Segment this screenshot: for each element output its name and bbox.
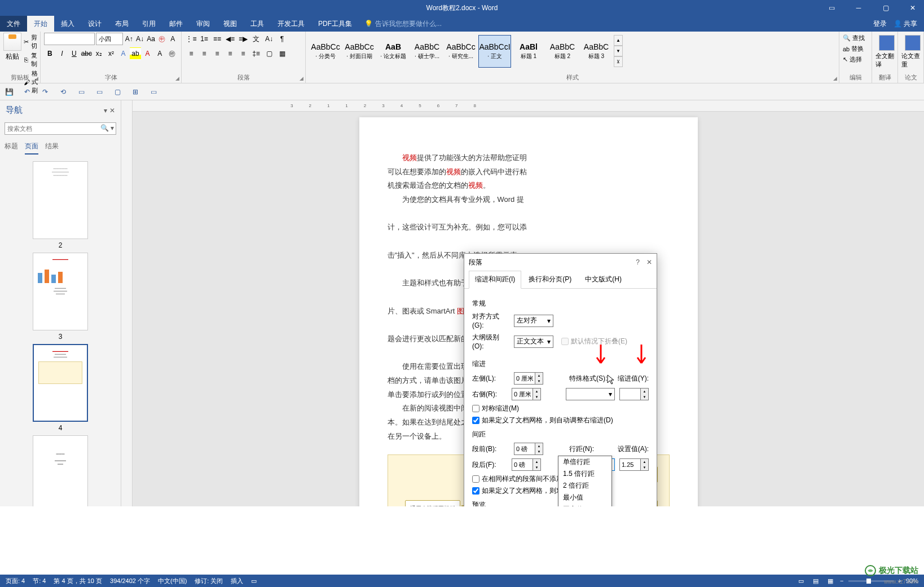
spin-down[interactable]: ▼: [533, 394, 540, 400]
qat-btn-9[interactable]: ▭: [148, 86, 159, 98]
italic-button[interactable]: I: [56, 47, 68, 60]
save-icon[interactable]: 💾: [3, 86, 15, 98]
gridspace-check[interactable]: [472, 487, 479, 495]
thumb-page-4[interactable]: ▬▬▬▬▬▬▬▬▬▬▬▬▬▬▬▬▬▬ 4: [5, 344, 116, 432]
nosame-check[interactable]: [472, 475, 479, 483]
font-name-select[interactable]: [44, 33, 95, 45]
style-heading2[interactable]: AaBbC标题 2: [546, 35, 579, 68]
styles-scroll-down[interactable]: ▼: [614, 46, 623, 56]
cut-button[interactable]: ✂剪切: [24, 33, 39, 51]
text-effects-button[interactable]: A: [117, 47, 129, 60]
spin-up[interactable]: ▲: [641, 459, 648, 465]
sort-button[interactable]: A↓: [263, 33, 275, 45]
ribbon-options-icon[interactable]: ▭: [820, 0, 843, 16]
style-coverdate[interactable]: AaBbCc· 封面日期: [343, 35, 376, 68]
char-border-button[interactable]: A: [168, 33, 178, 45]
close-nav-icon[interactable]: ✕: [109, 107, 115, 114]
styles-scroll-up[interactable]: ▲: [614, 35, 623, 46]
find-button[interactable]: 🔍查找: [843, 33, 868, 43]
setval-spin[interactable]: ▲▼: [619, 458, 649, 471]
align-right-button[interactable]: ≡: [211, 47, 223, 60]
menu-insert[interactable]: 插入: [54, 16, 81, 32]
spin-up[interactable]: ▲: [535, 373, 543, 378]
decrease-indent-button[interactable]: ◀≡: [224, 33, 236, 45]
underline-button[interactable]: U: [68, 47, 80, 60]
line-spacing-button[interactable]: ‡≡: [250, 47, 262, 60]
style-heading3[interactable]: AaBbC标题 3: [580, 35, 613, 68]
close-dialog-icon[interactable]: ✕: [646, 258, 652, 266]
decrease-font-button[interactable]: A↓: [135, 33, 144, 45]
copy-button[interactable]: ⎘复制: [24, 51, 39, 69]
spin-down[interactable]: ▼: [641, 465, 648, 470]
spin-down[interactable]: ▼: [533, 465, 540, 470]
multilevel-list-button[interactable]: ≡≡: [211, 33, 223, 45]
align-center-button[interactable]: ≡: [198, 47, 210, 60]
para-launcher-icon[interactable]: ◢: [300, 76, 303, 81]
style-body[interactable]: AaBbCcI· 正文: [478, 35, 511, 68]
search-input[interactable]: [5, 122, 116, 135]
align-combo[interactable]: 左对齐▾: [514, 315, 553, 327]
style-graduate[interactable]: AaBbCc· 研究生...: [445, 35, 477, 68]
spin-up[interactable]: ▲: [535, 443, 543, 449]
close-window-button[interactable]: ✕: [901, 0, 924, 16]
qat-btn-5[interactable]: ▭: [76, 86, 87, 98]
tab-cn-layout[interactable]: 中文版式(H): [579, 271, 628, 288]
style-category[interactable]: AaBbCc· 分类号: [309, 35, 342, 68]
login-link[interactable]: 登录: [873, 19, 887, 29]
highlight-button[interactable]: ab: [130, 47, 142, 60]
menu-file[interactable]: 文件: [0, 16, 27, 32]
dd-fixed[interactable]: 固定值: [558, 504, 611, 506]
spin-up[interactable]: ▲: [641, 389, 648, 394]
indentval-spin[interactable]: ▲▼: [619, 388, 649, 400]
qat-btn-6[interactable]: ▭: [94, 86, 105, 98]
qat-btn-8[interactable]: ⊞: [130, 86, 141, 98]
asian-layout-button[interactable]: 文: [250, 33, 262, 45]
menu-review[interactable]: 审阅: [190, 16, 217, 32]
tab-line-page[interactable]: 换行和分页(P): [522, 271, 578, 288]
tab-indent-spacing[interactable]: 缩进和间距(I): [469, 271, 521, 289]
superscript-button[interactable]: x²: [105, 47, 117, 60]
qat-btn-7[interactable]: ▢: [112, 86, 123, 98]
font-color-button[interactable]: A: [142, 47, 153, 60]
justify-button[interactable]: ≡: [224, 47, 236, 60]
font-size-select[interactable]: [96, 33, 123, 45]
bullets-button[interactable]: ⋮≡: [185, 33, 197, 45]
char-shading-button[interactable]: A: [154, 47, 166, 60]
share-button[interactable]: 👤 共享: [894, 19, 917, 29]
dd-single[interactable]: 单倍行距: [558, 456, 611, 468]
spin-down[interactable]: ▼: [535, 378, 543, 384]
style-thesis-title[interactable]: AaB· 论文标题: [377, 35, 410, 68]
shading-button[interactable]: ▢: [263, 47, 275, 60]
styles-expand[interactable]: ⊻: [614, 56, 623, 67]
dd-min[interactable]: 最小值: [558, 492, 611, 504]
replace-button[interactable]: ab替换: [843, 43, 868, 54]
style-heading1[interactable]: AaBl标题 1: [512, 35, 545, 68]
after-spin[interactable]: ▲▼: [512, 458, 541, 471]
menu-layout[interactable]: 布局: [108, 16, 135, 32]
menu-mail[interactable]: 邮件: [162, 16, 190, 32]
search-icon[interactable]: 🔍 ▾: [100, 124, 114, 132]
thesis-check-button[interactable]: 论文查重: [901, 33, 924, 69]
enclose-char-button[interactable]: ㊕: [166, 47, 178, 60]
style-master[interactable]: AaBbC· 硕士学...: [411, 35, 443, 68]
before-spin[interactable]: ▲▼: [514, 443, 543, 455]
thumb-page-5[interactable]: ▬▬▬▬▬▬▬▬▬: [5, 435, 116, 506]
menu-references[interactable]: 引用: [135, 16, 162, 32]
numbering-button[interactable]: 1≡: [198, 33, 210, 45]
menu-tools[interactable]: 工具: [244, 16, 271, 32]
tab-headings[interactable]: 标题: [5, 139, 18, 155]
spin-down[interactable]: ▼: [535, 449, 543, 454]
maximize-button[interactable]: ▢: [874, 0, 897, 16]
dd-15[interactable]: 1.5 倍行距: [558, 468, 611, 480]
spin-up[interactable]: ▲: [533, 389, 540, 394]
symmetric-check[interactable]: [472, 405, 479, 412]
align-left-button[interactable]: ≡: [185, 47, 197, 60]
menu-view[interactable]: 视图: [217, 16, 244, 32]
menu-design[interactable]: 设计: [81, 16, 108, 32]
font-launcher-icon[interactable]: ◢: [175, 76, 179, 81]
change-case-button[interactable]: Aa: [146, 33, 156, 45]
dd-double[interactable]: 2 倍行距: [558, 480, 611, 492]
thumb-page-2[interactable]: ▬▬▬▬▬▬▬▬▬▬▬▬▬▬▬▬ 2: [5, 161, 116, 249]
phonetic-guide-button[interactable]: ㊥: [157, 33, 166, 45]
borders-button[interactable]: ▦: [276, 47, 288, 60]
